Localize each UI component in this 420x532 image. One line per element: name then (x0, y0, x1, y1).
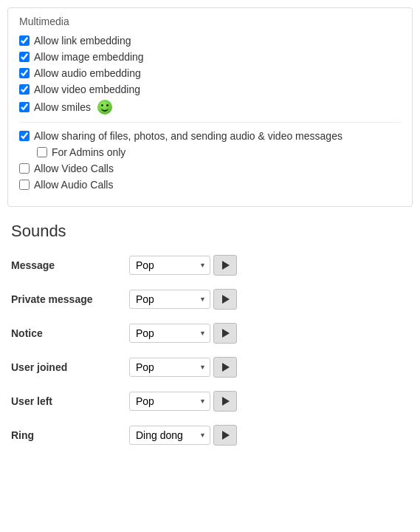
allow-video-checkbox[interactable] (19, 84, 30, 95)
sound-select-private-message[interactable]: PopDing dongBeepNone (129, 290, 210, 309)
sound-label-user-left: User left (11, 395, 129, 407)
audio-calls-label[interactable]: Allow Audio Calls (34, 179, 113, 191)
sound-select-wrapper-private-message: PopDing dongBeepNone (129, 290, 210, 309)
sound-controls-user-left: PopDing dongBeepNone (129, 391, 237, 412)
sound-rows-container: MessagePopDing dongBeepNonePrivate messa… (11, 252, 409, 449)
allow-sharing-checkbox[interactable] (19, 131, 30, 141)
play-icon-ring (222, 431, 230, 440)
sound-select-ring[interactable]: PopDing dongBeepNone (129, 426, 210, 445)
sound-controls-ring: PopDing dongBeepNone (129, 425, 237, 446)
audio-calls-checkbox[interactable] (19, 180, 30, 190)
allow-image-checkbox[interactable] (19, 52, 30, 62)
sound-row-ring: RingPopDing dongBeepNone (11, 422, 409, 449)
sound-select-message[interactable]: PopDing dongBeepNone (129, 256, 210, 275)
video-calls-label[interactable]: Allow Video Calls (34, 163, 114, 174)
allow-link-row: Allow link embedding (19, 35, 401, 47)
play-icon-notice (222, 329, 230, 338)
admins-only-label[interactable]: For Admins only (52, 146, 125, 158)
play-button-private-message[interactable] (213, 289, 237, 310)
sound-row-message: MessagePopDing dongBeepNone (11, 252, 409, 279)
play-button-notice[interactable] (213, 323, 237, 344)
allow-image-label[interactable]: Allow image embedding (34, 51, 144, 63)
sounds-title: Sounds (11, 222, 409, 241)
sound-label-notice: Notice (11, 327, 129, 339)
admins-only-row: For Admins only (37, 146, 401, 158)
allow-audio-checkbox[interactable] (19, 68, 30, 78)
sound-label-ring: Ring (11, 429, 129, 441)
video-calls-checkbox[interactable] (19, 163, 30, 174)
allow-video-label[interactable]: Allow video embedding (34, 83, 140, 95)
sound-select-wrapper-notice: PopDing dongBeepNone (129, 324, 210, 343)
sound-controls-private-message: PopDing dongBeepNone (129, 289, 237, 310)
allow-link-checkbox[interactable] (19, 35, 30, 46)
sound-select-user-left[interactable]: PopDing dongBeepNone (129, 392, 210, 411)
play-icon-user-left (222, 397, 230, 406)
sharing-row: Allow sharing of files, photos, and send… (19, 130, 401, 142)
main-container: Multimedia Allow link embedding Allow im… (0, 7, 420, 532)
sound-select-wrapper-user-joined: PopDing dongBeepNone (129, 358, 210, 377)
sound-select-wrapper-ring: PopDing dongBeepNone (129, 426, 210, 445)
allow-video-row: Allow video embedding (19, 83, 401, 95)
play-button-user-joined[interactable] (213, 357, 237, 378)
sound-row-user-left: User leftPopDing dongBeepNone (11, 388, 409, 415)
sound-label-message: Message (11, 259, 129, 271)
sounds-section: Sounds MessagePopDing dongBeepNonePrivat… (7, 222, 413, 449)
sound-select-user-joined[interactable]: PopDing dongBeepNone (129, 358, 210, 377)
allow-audio-row: Allow audio embedding (19, 67, 401, 79)
play-icon-private-message (222, 295, 230, 304)
play-icon-user-joined (222, 363, 230, 372)
sound-select-notice[interactable]: PopDing dongBeepNone (129, 324, 210, 343)
allow-smiles-row: Allow smiles (19, 100, 401, 115)
admins-only-checkbox[interactable] (37, 147, 47, 157)
play-icon-message (222, 261, 230, 270)
play-button-message[interactable] (213, 255, 237, 276)
allow-smiles-checkbox[interactable] (19, 102, 30, 112)
multimedia-section: Multimedia Allow link embedding Allow im… (7, 7, 413, 207)
divider-1 (19, 122, 401, 123)
play-button-user-left[interactable] (213, 391, 237, 412)
allow-audio-label[interactable]: Allow audio embedding (34, 67, 141, 79)
sound-row-private-message: Private messagePopDing dongBeepNone (11, 286, 409, 313)
sound-controls-notice: PopDing dongBeepNone (129, 323, 237, 344)
play-button-ring[interactable] (213, 425, 237, 446)
smiley-icon (97, 100, 112, 115)
sound-select-wrapper-user-left: PopDing dongBeepNone (129, 392, 210, 411)
sound-label-private-message: Private message (11, 293, 129, 305)
allow-smiles-label[interactable]: Allow smiles (34, 101, 91, 113)
sound-controls-message: PopDing dongBeepNone (129, 255, 237, 276)
sound-label-user-joined: User joined (11, 361, 129, 373)
sound-row-user-joined: User joinedPopDing dongBeepNone (11, 354, 409, 381)
sharing-label[interactable]: Allow sharing of files, photos, and send… (34, 130, 342, 142)
multimedia-title: Multimedia (19, 16, 401, 27)
audio-calls-row: Allow Audio Calls (19, 179, 401, 191)
allow-image-row: Allow image embedding (19, 51, 401, 63)
sound-row-notice: NoticePopDing dongBeepNone (11, 320, 409, 347)
sound-controls-user-joined: PopDing dongBeepNone (129, 357, 237, 378)
allow-link-label[interactable]: Allow link embedding (34, 35, 131, 47)
video-calls-row: Allow Video Calls (19, 163, 401, 174)
sound-select-wrapper-message: PopDing dongBeepNone (129, 256, 210, 275)
